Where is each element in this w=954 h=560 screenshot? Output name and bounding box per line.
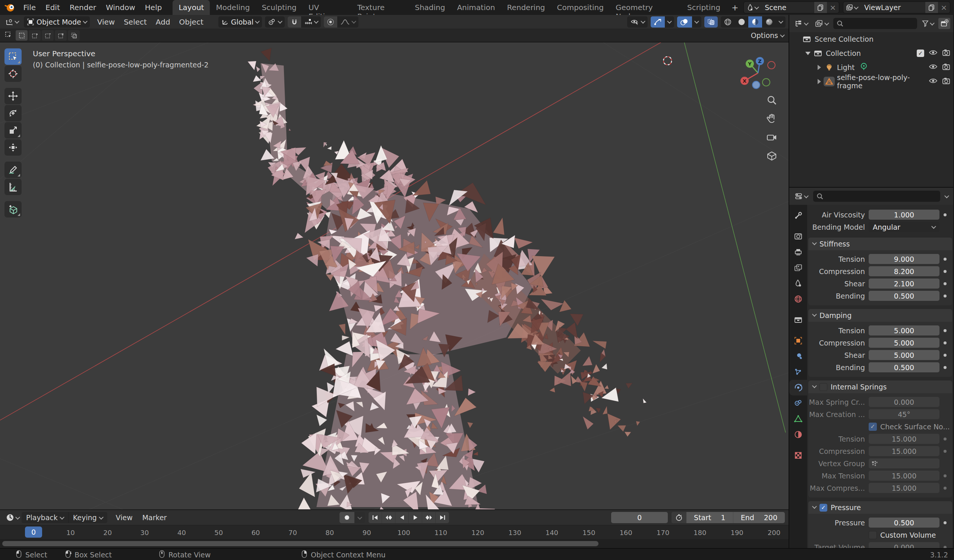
viewport-menu-view[interactable]: View — [93, 15, 119, 29]
properties-search-input[interactable] — [813, 191, 940, 202]
field-vertex-group[interactable] — [869, 458, 940, 468]
jump-to-start-button[interactable] — [369, 512, 382, 523]
shading-wireframe-button[interactable] — [721, 16, 734, 28]
shading-solid-button[interactable] — [734, 16, 748, 28]
field-pressure[interactable]: 0.500 — [869, 518, 940, 527]
menu-window[interactable]: Window — [101, 0, 140, 15]
properties-tab-physics[interactable] — [789, 380, 807, 395]
pivot-point-selector[interactable] — [265, 16, 285, 28]
workspace-tab-compositing[interactable]: Compositing — [551, 0, 610, 15]
panel-header-internal-springs[interactable]: Internal Springs — [808, 381, 952, 393]
select-mode-intersect-button[interactable] — [68, 30, 80, 40]
render-visibility-toggle[interactable] — [942, 77, 950, 86]
gizmo-settings[interactable] — [665, 16, 674, 28]
field-max-tension[interactable]: 15.000 — [869, 471, 940, 481]
workspace-tab-uv-editing[interactable]: UV Editing — [302, 0, 351, 15]
outliner-row-scene-collection[interactable]: Scene Collection — [789, 32, 953, 46]
timeline-menu-view[interactable]: View — [111, 513, 137, 522]
camera-view-icon[interactable] — [766, 132, 777, 145]
outliner-editor-type-button[interactable] — [792, 18, 810, 29]
properties-tab-tool[interactable] — [789, 208, 807, 223]
field-compression[interactable]: 15.000 — [869, 446, 940, 456]
scene-unlink-button[interactable]: × — [827, 3, 839, 12]
next-keyframe-button[interactable] — [422, 512, 436, 523]
snap-settings[interactable] — [301, 16, 321, 28]
outliner-row-light[interactable]: Light — [789, 60, 953, 75]
blender-logo-icon[interactable] — [4, 2, 16, 12]
mode-selector[interactable]: Object Mode — [24, 16, 90, 28]
tool-select-box-button[interactable] — [5, 48, 22, 65]
current-frame-field[interactable]: 0 — [611, 512, 668, 523]
outliner-row-collection[interactable]: Collection ✓ — [789, 46, 953, 60]
panel-checkbox[interactable] — [820, 383, 827, 391]
outliner-display-mode-button[interactable] — [813, 18, 831, 29]
select-mode-set-button[interactable] — [16, 30, 28, 40]
add-workspace-button[interactable]: + — [726, 0, 744, 15]
show-gizmo-toggle[interactable] — [651, 16, 665, 28]
field-compression[interactable]: 5.000 — [869, 338, 940, 348]
jump-to-end-button[interactable] — [436, 512, 449, 523]
select-mode-subtract-button[interactable] — [42, 30, 54, 40]
viewport-menu-add[interactable]: Add — [151, 15, 175, 29]
timeline-menu-playback[interactable]: Playback — [22, 512, 69, 523]
object-visibility-selector[interactable] — [627, 16, 648, 28]
menu-help[interactable]: Help — [140, 0, 167, 15]
tool-scale-button[interactable] — [5, 122, 22, 138]
hide-eye-toggle[interactable] — [929, 49, 938, 58]
timeline-ruler[interactable]: 1020304050607080901001101201301401501601… — [0, 525, 789, 539]
panel-checkbox[interactable]: ✓ — [820, 504, 827, 512]
scene-copy-button[interactable] — [814, 2, 827, 13]
select-mode-extend-button[interactable] — [29, 30, 41, 40]
dropdown-bending-model[interactable]: Angular — [869, 222, 940, 232]
timeline-menu-keying[interactable]: Keying — [69, 512, 108, 523]
field-air-viscosity[interactable]: 1.000 — [869, 210, 940, 220]
viewlayer-copy-button[interactable] — [925, 2, 938, 13]
properties-tab-render[interactable] — [789, 229, 807, 244]
field-bending[interactable]: 0.500 — [869, 291, 940, 301]
xray-toggle[interactable] — [704, 16, 718, 28]
select-mode-invert-button[interactable] — [55, 30, 67, 40]
viewlayer-icon[interactable] — [843, 2, 860, 13]
play-reverse-button[interactable] — [395, 512, 409, 523]
field-shear[interactable]: 5.000 — [869, 350, 940, 360]
menu-render[interactable]: Render — [65, 0, 101, 15]
field-bending[interactable]: 0.500 — [869, 362, 940, 372]
tool-move-button[interactable] — [5, 88, 22, 104]
start-frame-field[interactable]: Start1 — [686, 512, 733, 523]
viewlayer-name[interactable]: ViewLayer — [860, 3, 925, 12]
scene-selector[interactable]: Scene × — [744, 2, 839, 13]
timeline-menu-marker[interactable]: Marker — [137, 513, 172, 522]
overlays-settings[interactable] — [692, 16, 701, 28]
field-tension[interactable]: 9.000 — [869, 254, 940, 264]
navigation-gizmo[interactable]: X Y Z — [736, 49, 780, 95]
field-max-creation[interactable]: 45° — [869, 409, 940, 419]
new-collection-button[interactable] — [938, 18, 950, 29]
properties-tab-scene[interactable] — [789, 275, 807, 291]
orthographic-toggle-icon[interactable] — [766, 151, 777, 163]
panel-header-stiffness[interactable]: Stiffness — [808, 238, 952, 250]
tool-measure-button[interactable] — [5, 179, 22, 195]
tool-add-cube-button[interactable] — [5, 201, 22, 218]
tool-cursor-button[interactable] — [5, 65, 22, 82]
menu-edit[interactable]: Edit — [41, 0, 65, 15]
properties-tab-collection[interactable] — [789, 312, 807, 328]
field-tension[interactable]: 5.000 — [869, 325, 940, 336]
proportional-falloff[interactable] — [337, 16, 359, 28]
workspace-tab-geometry-nodes[interactable]: Geometry Nodes — [610, 0, 681, 15]
outliner-row-selfie-pose-low-poly-fragme[interactable]: selfie-pose-low-poly-fragme — [789, 75, 953, 89]
field-tension[interactable]: 15.000 — [869, 434, 940, 444]
tool-rotate-button[interactable] — [5, 105, 22, 121]
properties-tab-texture[interactable] — [789, 448, 807, 463]
pan-tool-icon[interactable] — [766, 113, 777, 126]
playhead[interactable]: 0 — [25, 526, 42, 538]
properties-tab-constraints[interactable] — [789, 395, 807, 411]
properties-tab-output[interactable] — [789, 244, 807, 260]
scene-name[interactable]: Scene — [761, 3, 814, 12]
field-shear[interactable]: 2.100 — [869, 278, 940, 289]
timeline-editor-type-button[interactable] — [4, 512, 22, 523]
play-button[interactable] — [409, 512, 422, 523]
menu-file[interactable]: File — [19, 0, 41, 15]
properties-tab-view-layer[interactable] — [789, 260, 807, 275]
zoom-tool-icon[interactable] — [766, 95, 777, 107]
properties-tab-object-data[interactable] — [789, 411, 807, 427]
